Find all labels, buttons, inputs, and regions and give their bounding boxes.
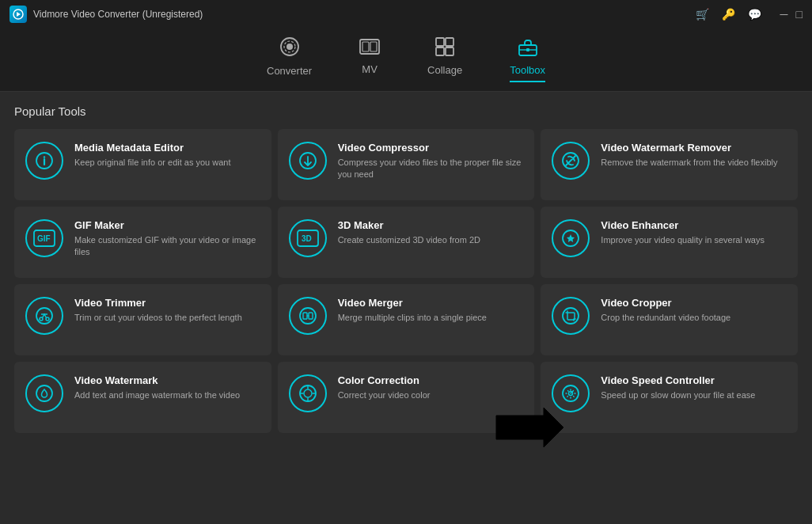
tool-info-video-enhancer: Video EnhancerImprove your video quality…	[601, 219, 787, 246]
tool-name-video-cropper: Video Cropper	[601, 297, 787, 309]
tool-card-video-enhancer[interactable]: Video EnhancerImprove your video quality…	[541, 207, 798, 278]
svg-rect-7	[370, 42, 377, 51]
tool-name-video-trimmer: Video Trimmer	[74, 297, 260, 309]
tool-info-video-speed-controller: Video Speed ControllerSpeed up or slow d…	[601, 374, 787, 401]
content-area: Popular Tools Media Metadata EditorKeep …	[0, 92, 812, 524]
window-controls: ─ □	[780, 8, 803, 21]
nav-item-mv[interactable]: MV	[359, 38, 380, 82]
tool-card-3d-maker[interactable]: 3D3D MakerCreate customized 3D video fro…	[278, 207, 535, 278]
tool-info-media-metadata-editor: Media Metadata EditorKeep original file …	[74, 142, 260, 169]
tool-card-video-cropper[interactable]: Video CropperCrop the redundant video fo…	[541, 284, 798, 355]
svg-rect-9	[446, 38, 453, 46]
tool-desc-video-enhancer: Improve your video quality in several wa…	[601, 234, 787, 246]
tool-name-gif-maker: GIF Maker	[74, 219, 260, 231]
tool-info-video-trimmer: Video TrimmerTrim or cut your videos to …	[74, 297, 260, 324]
tool-card-media-metadata-editor[interactable]: Media Metadata EditorKeep original file …	[14, 129, 271, 200]
tool-card-video-watermark[interactable]: Video WatermarkAdd text and image waterm…	[14, 362, 271, 433]
key-icon[interactable]: 🔑	[722, 8, 735, 21]
tool-icon-video-compressor	[289, 142, 327, 180]
tool-desc-color-correction: Correct your video color	[338, 389, 524, 401]
tool-desc-gif-maker: Make customized GIF with your video or i…	[74, 234, 260, 259]
nav-label-mv: MV	[362, 63, 378, 75]
tool-icon-video-trimmer	[25, 297, 63, 335]
svg-rect-6	[362, 42, 369, 51]
tool-card-color-correction[interactable]: Color CorrectionCorrect your video color	[278, 362, 535, 433]
svg-rect-31	[309, 313, 313, 319]
cart-icon[interactable]: 🛒	[696, 8, 709, 21]
nav-item-toolbox[interactable]: Toolbox	[510, 37, 545, 82]
tool-card-video-speed-controller[interactable]: Video Speed ControllerSpeed up or slow d…	[541, 362, 798, 433]
tool-desc-video-watermark: Add text and image watermark to the vide…	[74, 389, 260, 401]
tool-card-video-compressor[interactable]: Video CompressorCompress your video file…	[278, 129, 535, 200]
section-title: Popular Tools	[14, 104, 798, 118]
svg-point-33	[563, 308, 579, 324]
tool-icon-3d-maker: 3D	[289, 219, 327, 257]
svg-rect-30	[303, 313, 307, 319]
tool-icon-video-cropper	[552, 297, 590, 335]
nav-item-converter[interactable]: Converter	[267, 36, 312, 83]
tool-desc-video-cropper: Crop the redundant video footage	[601, 312, 787, 324]
tool-card-video-watermark-remover[interactable]: Video Watermark RemoverRemove the waterm…	[541, 129, 798, 200]
tool-name-media-metadata-editor: Media Metadata Editor	[74, 142, 260, 154]
nav-label-converter: Converter	[267, 65, 312, 77]
tool-icon-video-watermark	[25, 374, 63, 412]
minimize-button[interactable]: ─	[780, 8, 788, 21]
chat-icon[interactable]: 💬	[748, 8, 761, 21]
nav-item-collage[interactable]: Collage	[427, 37, 462, 82]
svg-point-37	[304, 389, 312, 397]
nav-bar: Converter MV Collage	[0, 28, 812, 92]
app-logo	[9, 6, 27, 23]
tool-icon-video-speed-controller	[552, 374, 590, 412]
tool-desc-video-trimmer: Trim or cut your videos to the perfect l…	[74, 312, 260, 324]
tool-desc-3d-maker: Create customized 3D video from 2D	[338, 234, 524, 246]
svg-point-3	[286, 44, 293, 50]
svg-point-17	[44, 156, 45, 158]
tool-desc-video-watermark-remover: Remove the watermark from the video flex…	[601, 157, 787, 169]
tool-grid: Media Metadata EditorKeep original file …	[14, 129, 798, 433]
tool-name-video-speed-controller: Video Speed Controller	[601, 374, 787, 386]
tool-card-gif-maker[interactable]: GIFGIF MakerMake customized GIF with you…	[14, 207, 271, 278]
tool-icon-video-merger	[289, 297, 327, 335]
maximize-button[interactable]: □	[796, 8, 803, 21]
app-title: Vidmore Video Converter (Unregistered)	[33, 9, 203, 20]
tool-info-color-correction: Color CorrectionCorrect your video color	[338, 374, 524, 401]
tool-name-color-correction: Color Correction	[338, 374, 524, 386]
tool-desc-video-compressor: Compress your video files to the proper …	[338, 157, 524, 181]
tool-info-video-watermark-remover: Video Watermark RemoverRemove the waterm…	[601, 142, 787, 169]
tool-info-gif-maker: GIF MakerMake customized GIF with your v…	[74, 219, 260, 259]
svg-point-35	[36, 385, 52, 401]
tool-card-video-merger[interactable]: Video MergerMerge multiple clips into a …	[278, 284, 535, 355]
tool-icon-gif-maker: GIF	[25, 219, 63, 257]
svg-text:3D: 3D	[302, 234, 312, 243]
tool-icon-video-watermark-remover	[552, 142, 590, 180]
tool-desc-video-merger: Merge multiple clips into a single piece	[338, 312, 524, 324]
collage-icon	[435, 37, 454, 61]
tool-name-video-watermark-remover: Video Watermark Remover	[601, 142, 787, 154]
tool-info-3d-maker: 3D MakerCreate customized 3D video from …	[338, 219, 524, 246]
tool-card-video-trimmer[interactable]: Video TrimmerTrim or cut your videos to …	[14, 284, 271, 355]
tool-icon-color-correction	[289, 374, 327, 412]
tool-name-video-watermark: Video Watermark	[74, 374, 260, 386]
title-bar: Vidmore Video Converter (Unregistered) 🛒…	[0, 0, 812, 28]
svg-rect-11	[446, 47, 453, 55]
tool-info-video-watermark: Video WatermarkAdd text and image waterm…	[74, 374, 260, 401]
svg-point-25	[36, 308, 52, 324]
svg-rect-8	[436, 38, 444, 46]
tool-info-video-merger: Video MergerMerge multiple clips into a …	[338, 297, 524, 324]
tool-icon-media-metadata-editor	[25, 142, 63, 180]
converter-icon	[279, 36, 300, 62]
title-bar-right: 🛒 🔑 💬 ─ □	[696, 8, 803, 21]
svg-marker-1	[17, 12, 21, 17]
svg-text:GIF: GIF	[37, 234, 51, 243]
toolbox-icon	[518, 37, 538, 61]
tool-desc-video-speed-controller: Speed up or slow down your file at ease	[601, 389, 787, 401]
tool-name-video-enhancer: Video Enhancer	[601, 219, 787, 231]
tool-name-3d-maker: 3D Maker	[338, 219, 524, 231]
nav-label-collage: Collage	[427, 64, 462, 76]
title-bar-left: Vidmore Video Converter (Unregistered)	[9, 6, 203, 23]
tool-name-video-compressor: Video Compressor	[338, 142, 524, 154]
nav-label-toolbox: Toolbox	[510, 64, 545, 76]
svg-rect-14	[526, 48, 529, 51]
tool-info-video-compressor: Video CompressorCompress your video file…	[338, 142, 524, 181]
tool-icon-video-enhancer	[552, 219, 590, 257]
